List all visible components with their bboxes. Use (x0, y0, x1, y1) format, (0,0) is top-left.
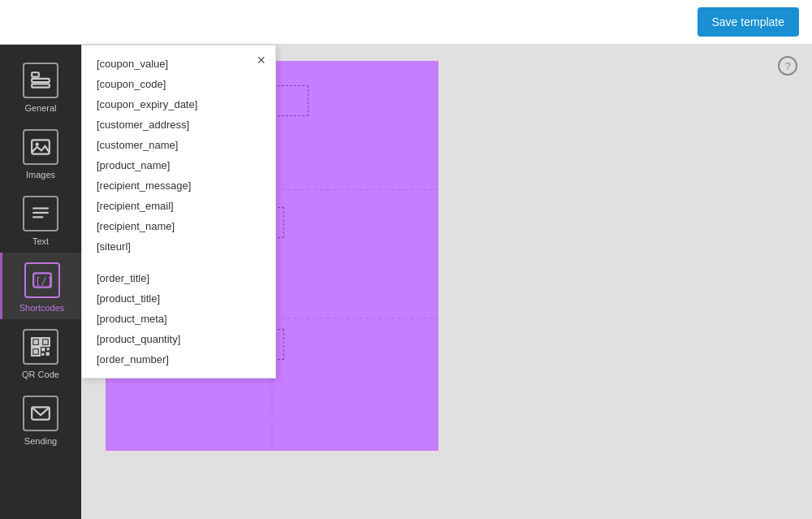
general-icon (30, 70, 51, 91)
svg-rect-13 (43, 340, 47, 344)
shortcodes-icon-box: [/] (24, 262, 60, 298)
svg-rect-15 (33, 349, 37, 353)
shortcode-item[interactable]: [recipient_email] (82, 196, 275, 216)
shortcode-item[interactable]: [product_name] (82, 155, 275, 175)
sidebar-item-text[interactable]: Text (0, 186, 81, 253)
sidebar-item-images[interactable]: Images (0, 119, 81, 186)
shortcode-item[interactable]: [product_title] (82, 288, 275, 309)
shortcode-item[interactable]: [customer_name] (82, 135, 275, 155)
qrcode-icon-box (23, 329, 58, 365)
shortcode-item[interactable]: [coupon_expiry_date] (82, 94, 275, 115)
shortcode-item[interactable]: [siteurl] (82, 236, 275, 257)
sidebar-item-shortcodes[interactable]: [/] Shortcodes (0, 253, 81, 319)
shortcode-item[interactable]: [recipient_message] (82, 175, 275, 196)
sidebar-images-label: Images (26, 170, 55, 179)
text-icon-box (23, 196, 58, 231)
svg-rect-2 (32, 84, 50, 87)
sidebar-text-label: Text (32, 236, 49, 246)
sidebar-shortcodes-label: Shortcodes (19, 303, 65, 313)
sidebar-qrcode-label: QR Code (22, 370, 59, 379)
svg-point-4 (36, 143, 39, 146)
sending-icon (30, 403, 51, 424)
images-icon-box (23, 129, 58, 165)
shortcode-item[interactable]: [coupon_value] (82, 54, 275, 74)
svg-rect-1 (32, 79, 50, 82)
shortcode-item[interactable]: [order_title] (82, 268, 275, 288)
images-icon (30, 136, 51, 158)
top-bar: Save template (0, 0, 812, 45)
main-area: General Images Text (0, 45, 812, 519)
text-icon (30, 203, 51, 224)
shortcodes-icon: [/] (32, 270, 53, 291)
svg-rect-0 (32, 72, 39, 76)
sidebar-sending-label: Sending (24, 436, 57, 446)
sidebar-general-label: General (24, 103, 56, 113)
save-template-button[interactable]: Save template (698, 7, 800, 37)
shortcodes-panel: × [coupon_value] [coupon_code] [coupon_e… (81, 45, 276, 378)
sidebar-item-general[interactable]: General (0, 53, 81, 119)
shortcode-item[interactable]: [recipient_name] (82, 216, 275, 236)
svg-rect-18 (41, 353, 44, 356)
sidebar-item-qrcode[interactable]: QR Code (0, 319, 81, 386)
shortcode-item[interactable]: [product_quantity] (82, 329, 275, 349)
shortcode-item[interactable]: [customer_address] (82, 115, 275, 135)
qrcode-icon (30, 336, 51, 357)
svg-rect-3 (32, 140, 50, 154)
svg-rect-16 (41, 348, 45, 351)
svg-rect-19 (46, 352, 50, 356)
sending-icon-box (23, 396, 58, 431)
sidebar: General Images Text (0, 45, 81, 519)
shortcode-item[interactable]: [coupon_code] (82, 74, 275, 94)
svg-rect-17 (47, 348, 50, 350)
panel-divider (82, 257, 275, 268)
help-icon[interactable]: ? (778, 56, 797, 76)
general-icon-box (23, 63, 58, 98)
shortcode-item[interactable]: [product_meta] (82, 309, 275, 329)
close-shortcodes-button[interactable]: × (257, 52, 266, 69)
sidebar-item-sending[interactable]: Sending (0, 386, 81, 452)
shortcode-item[interactable]: [order_number] (82, 349, 275, 370)
svg-rect-11 (33, 340, 37, 344)
svg-text:[/]: [/] (35, 275, 53, 287)
